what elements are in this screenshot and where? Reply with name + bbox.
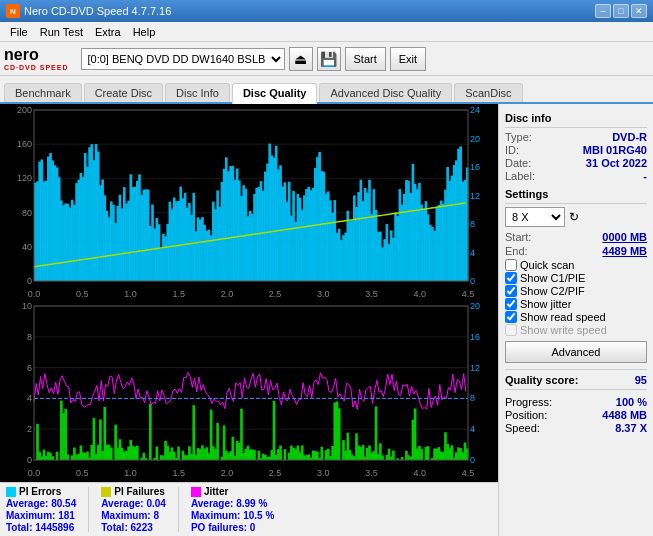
save-icon[interactable]: 💾 bbox=[317, 47, 341, 71]
speed-value: 8.37 X bbox=[615, 422, 647, 434]
speed-selector[interactable]: 8 X bbox=[505, 207, 565, 227]
pi-errors-color bbox=[6, 487, 16, 497]
show-c1pie-row: Show C1/PIE bbox=[505, 272, 647, 284]
menu-bar: File Run Test Extra Help bbox=[0, 22, 653, 42]
title-bar: N Nero CD-DVD Speed 4.7.7.16 – □ ✕ bbox=[0, 0, 653, 22]
progress-value: 100 % bbox=[616, 396, 647, 408]
pi-errors-total: Total: 1445896 bbox=[6, 522, 76, 533]
show-c1pie-label: Show C1/PIE bbox=[520, 272, 585, 284]
pi-errors-avg: Average: 80.54 bbox=[6, 498, 76, 509]
toolbar: nero CD·DVD SPEED [0:0] BENQ DVD DD DW16… bbox=[0, 42, 653, 76]
main-content: PI Errors Average: 80.54 Maximum: 181 To… bbox=[0, 104, 653, 536]
menu-extra[interactable]: Extra bbox=[89, 25, 127, 39]
top-chart bbox=[2, 106, 496, 301]
show-c2pif-checkbox[interactable] bbox=[505, 285, 517, 297]
show-c1pie-checkbox[interactable] bbox=[505, 272, 517, 284]
position-value: 4488 MB bbox=[602, 409, 647, 421]
tab-bar: Benchmark Create Disc Disc Info Disc Qua… bbox=[0, 76, 653, 104]
speed-label: Speed: bbox=[505, 422, 540, 434]
start-range-row: Start: 0000 MB bbox=[505, 231, 647, 243]
show-write-speed-label: Show write speed bbox=[520, 324, 607, 336]
menu-file[interactable]: File bbox=[4, 25, 34, 39]
quality-score-row: Quality score: 95 bbox=[505, 374, 647, 386]
window-title: Nero CD-DVD Speed 4.7.7.16 bbox=[24, 5, 171, 17]
pi-failures-max: Maximum: 8 bbox=[101, 510, 166, 521]
tab-disc-quality[interactable]: Disc Quality bbox=[232, 83, 318, 104]
legend-divider-1 bbox=[88, 487, 89, 532]
jitter-color bbox=[191, 487, 201, 497]
tab-create-disc[interactable]: Create Disc bbox=[84, 83, 163, 102]
quick-scan-label: Quick scan bbox=[520, 259, 574, 271]
disc-info-title: Disc info bbox=[505, 112, 647, 124]
progress-label: Progress: bbox=[505, 396, 552, 408]
speed-row: Speed: 8.37 X bbox=[505, 422, 647, 434]
bottom-chart bbox=[2, 302, 496, 480]
maximize-button[interactable]: □ bbox=[613, 4, 629, 18]
jitter-legend: Jitter Average: 8.99 % Maximum: 10.5 % P… bbox=[191, 486, 274, 533]
po-failures: PO failures: 0 bbox=[191, 522, 274, 533]
close-button[interactable]: ✕ bbox=[631, 4, 647, 18]
quality-value: 95 bbox=[635, 374, 647, 386]
tab-benchmark[interactable]: Benchmark bbox=[4, 83, 82, 102]
tab-disc-info[interactable]: Disc Info bbox=[165, 83, 230, 102]
jitter-avg: Average: 8.99 % bbox=[191, 498, 274, 509]
disc-label-row: Label: - bbox=[505, 170, 647, 182]
exit-button[interactable]: Exit bbox=[390, 47, 426, 71]
pi-failures-color bbox=[101, 487, 111, 497]
menu-help[interactable]: Help bbox=[127, 25, 162, 39]
disc-id-row: ID: MBI 01RG40 bbox=[505, 144, 647, 156]
progress-row: Progress: 100 % bbox=[505, 396, 647, 408]
legend-divider-2 bbox=[178, 487, 179, 532]
show-jitter-row: Show jitter bbox=[505, 298, 647, 310]
jitter-label: Jitter bbox=[204, 486, 228, 497]
logo: nero CD·DVD SPEED bbox=[4, 46, 69, 71]
show-read-speed-row: Show read speed bbox=[505, 311, 647, 323]
jitter-max: Maximum: 10.5 % bbox=[191, 510, 274, 521]
pi-failures-label: PI Failures bbox=[114, 486, 165, 497]
menu-run-test[interactable]: Run Test bbox=[34, 25, 89, 39]
position-row: Position: 4488 MB bbox=[505, 409, 647, 421]
window-controls: – □ ✕ bbox=[595, 4, 647, 18]
speed-settings-row: 8 X ↻ bbox=[505, 207, 647, 227]
app-icon: N bbox=[6, 4, 20, 18]
refresh-icon[interactable]: ↻ bbox=[569, 210, 579, 224]
show-c2pif-row: Show C2/PIF bbox=[505, 285, 647, 297]
show-read-speed-checkbox[interactable] bbox=[505, 311, 517, 323]
pi-failures-avg: Average: 0.04 bbox=[101, 498, 166, 509]
show-jitter-checkbox[interactable] bbox=[505, 298, 517, 310]
show-read-speed-label: Show read speed bbox=[520, 311, 606, 323]
show-jitter-label: Show jitter bbox=[520, 298, 571, 310]
show-write-speed-row: Show write speed bbox=[505, 324, 647, 336]
tab-advanced-disc-quality[interactable]: Advanced Disc Quality bbox=[319, 83, 452, 102]
show-c2pif-label: Show C2/PIF bbox=[520, 285, 585, 297]
end-range-row: End: 4489 MB bbox=[505, 245, 647, 257]
end-value[interactable]: 4489 MB bbox=[602, 245, 647, 257]
minimize-button[interactable]: – bbox=[595, 4, 611, 18]
right-panel: Disc info Type: DVD-R ID: MBI 01RG40 Dat… bbox=[498, 104, 653, 536]
tab-scan-disc[interactable]: ScanDisc bbox=[454, 83, 522, 102]
disc-type-row: Type: DVD-R bbox=[505, 131, 647, 143]
eject-icon[interactable]: ⏏ bbox=[289, 47, 313, 71]
pi-errors-legend: PI Errors Average: 80.54 Maximum: 181 To… bbox=[6, 486, 76, 533]
quality-label: Quality score: bbox=[505, 374, 578, 386]
quick-scan-row: Quick scan bbox=[505, 259, 647, 271]
quick-scan-checkbox[interactable] bbox=[505, 259, 517, 271]
pi-errors-max: Maximum: 181 bbox=[6, 510, 76, 521]
progress-section: Progress: 100 % Position: 4488 MB Speed:… bbox=[505, 396, 647, 434]
start-button[interactable]: Start bbox=[345, 47, 386, 71]
pi-failures-legend: PI Failures Average: 0.04 Maximum: 8 Tot… bbox=[101, 486, 166, 533]
pi-failures-total: Total: 6223 bbox=[101, 522, 166, 533]
advanced-button[interactable]: Advanced bbox=[505, 341, 647, 363]
disc-date-row: Date: 31 Oct 2022 bbox=[505, 157, 647, 169]
position-label: Position: bbox=[505, 409, 547, 421]
settings-title: Settings bbox=[505, 188, 647, 200]
start-value[interactable]: 0000 MB bbox=[602, 231, 647, 243]
drive-selector[interactable]: [0:0] BENQ DVD DD DW1640 BSLB bbox=[81, 48, 285, 70]
legend-area: PI Errors Average: 80.54 Maximum: 181 To… bbox=[0, 482, 498, 536]
show-write-speed-checkbox[interactable] bbox=[505, 324, 517, 336]
pi-errors-label: PI Errors bbox=[19, 486, 61, 497]
